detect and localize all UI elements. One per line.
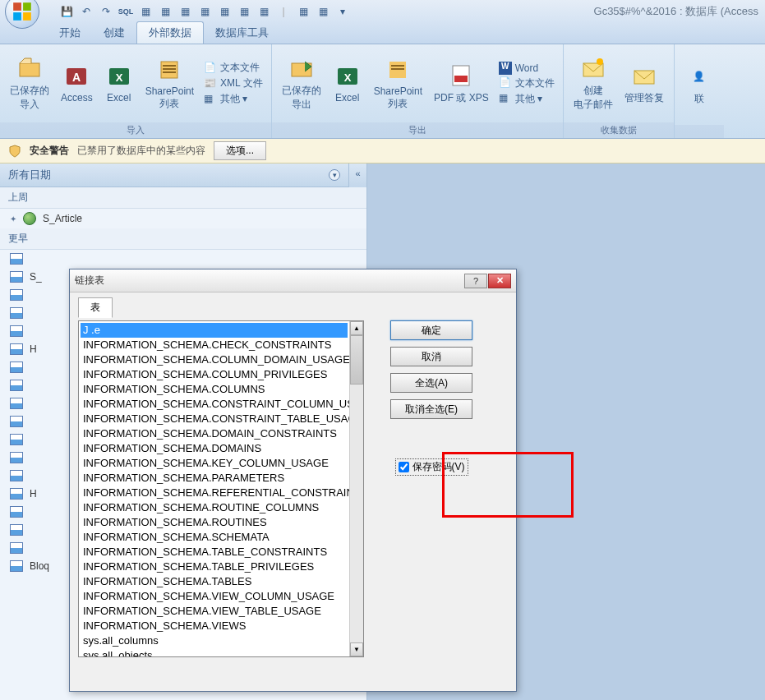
security-options-button[interactable]: 选项... <box>214 141 266 160</box>
cancel-button[interactable]: 取消 <box>390 347 472 366</box>
sql-icon[interactable]: SQL <box>118 4 133 19</box>
qat-icon-9[interactable]: ▦ <box>316 4 330 19</box>
table-list-item[interactable]: INFORMATION_SCHEMA.VIEWS <box>81 619 348 633</box>
table-list-item[interactable]: J .e <box>81 323 348 338</box>
qat-icon-6[interactable]: ▦ <box>237 4 251 19</box>
svg-rect-0 <box>13 2 21 11</box>
table-icon <box>10 380 23 391</box>
tab-external-data[interactable]: 外部数据 <box>136 21 204 44</box>
save-password-checkbox[interactable]: 保存密码(V) <box>395 458 468 476</box>
sharepoint-import-button[interactable]: SharePoint 列表 <box>141 47 199 121</box>
table-list-item[interactable]: INFORMATION_SCHEMA.KEY_COLUMN_USAGE <box>81 456 348 471</box>
table-icon <box>10 271 23 283</box>
help-button[interactable]: ? <box>464 274 487 288</box>
table-icon <box>10 506 23 518</box>
table-list-item[interactable]: INFORMATION_SCHEMA.REFERENTIAL_CONSTRAIN… <box>81 486 348 500</box>
dialog-title: 链接表 <box>75 274 464 288</box>
text-file-icon: 📄 <box>204 62 217 75</box>
svg-text:X: X <box>115 71 122 84</box>
table-list-item[interactable]: sys.all_objects <box>81 648 348 656</box>
titlebar: 💾 ↶ ↷ SQL ▦ ▦ ▦ ▦ ▦ ▦ ▦ | ▦ ▦ ▾ Gc35$#%^… <box>0 0 765 23</box>
table-list-item[interactable]: INFORMATION_SCHEMA.CONSTRAINT_COLUMN_USA… <box>81 397 348 412</box>
svg-rect-4 <box>20 63 39 76</box>
deselect-all-button[interactable]: 取消全选(E) <box>390 399 472 419</box>
ribbon-tabs: 开始 创建 外部数据 数据库工具 <box>0 23 765 44</box>
nav-section-earlier[interactable]: 更早 <box>0 228 366 250</box>
table-icon <box>10 452 23 463</box>
other-export-button[interactable]: ▦其他 ▾ <box>499 92 555 106</box>
qat-icon-5[interactable]: ▦ <box>217 4 232 19</box>
nav-section-last-week[interactable]: 上周 <box>0 187 366 209</box>
qat-icon-3[interactable]: ▦ <box>177 4 192 19</box>
table-icon <box>10 398 23 409</box>
word-export-button[interactable]: WWord <box>499 62 555 75</box>
sharepoint-icon <box>385 57 411 83</box>
table-list-item[interactable]: INFORMATION_SCHEMA.CHECK_CONSTRAINTS <box>81 338 348 352</box>
save-icon[interactable]: 💾 <box>59 4 74 19</box>
qat-icon-1[interactable]: ▦ <box>138 4 153 19</box>
table-list-item[interactable]: INFORMATION_SCHEMA.DOMAIN_CONSTRAINTS <box>81 426 348 441</box>
table-list-item[interactable]: INFORMATION_SCHEMA.SCHEMATA <box>81 530 348 545</box>
dialog-tab-tables[interactable]: 表 <box>78 297 113 318</box>
table-icon <box>10 560 23 572</box>
create-email-button[interactable]: 创建 电子邮件 <box>569 47 618 121</box>
tab-dbtools[interactable]: 数据库工具 <box>204 22 280 44</box>
saved-imports-button[interactable]: 已保存的 导入 <box>5 47 54 121</box>
save-password-input[interactable] <box>399 462 409 472</box>
folder-export-icon <box>288 55 315 81</box>
table-list-item[interactable]: INFORMATION_SCHEMA.DOMAINS <box>81 441 348 456</box>
nav-header[interactable]: 所有日期 ▾ <box>0 163 348 187</box>
table-list-item[interactable]: INFORMATION_SCHEMA.COLUMNS <box>81 382 348 397</box>
table-list-item[interactable]: INFORMATION_SCHEMA.COLUMN_PRIVILEGES <box>81 367 348 382</box>
table-icon <box>10 253 23 265</box>
excel-import-button[interactable]: X Excel <box>99 47 139 121</box>
table-list-item[interactable]: INFORMATION_SCHEMA.ROUTINE_COLUMNS <box>81 500 348 515</box>
table-list-item[interactable]: INFORMATION_SCHEMA.TABLE_CONSTRAINTS <box>81 545 348 560</box>
qat-icon-4[interactable]: ▦ <box>197 4 212 19</box>
manage-reply-button[interactable]: 管理答复 <box>620 47 669 121</box>
table-list-item[interactable]: INFORMATION_SCHEMA.COLUMN_DOMAIN_USAGE <box>81 352 348 367</box>
saved-exports-button[interactable]: 已保存的 导出 <box>277 47 326 121</box>
collapse-nav-button[interactable]: « <box>348 163 366 187</box>
undo-icon[interactable]: ↶ <box>79 4 94 19</box>
qat-icon-8[interactable]: ▦ <box>296 4 311 19</box>
table-list-item[interactable]: INFORMATION_SCHEMA.TABLES <box>81 574 348 589</box>
qat-icon-2[interactable]: ▦ <box>158 4 173 19</box>
text-export-button[interactable]: 📄文本文件 <box>499 76 555 90</box>
link-tables-dialog: 链接表 ? ✕ 表 J .eINFORMATION_SCHEMA.CHECK_C… <box>69 269 517 692</box>
close-button[interactable]: ✕ <box>488 274 511 288</box>
table-list-item[interactable]: INFORMATION_SCHEMA.CONSTRAINT_TABLE_USAG… <box>81 412 348 426</box>
other-import-button[interactable]: ▦其他 ▾ <box>204 92 263 106</box>
scroll-down-icon[interactable]: ▼ <box>350 642 363 656</box>
dialog-titlebar[interactable]: 链接表 ? ✕ <box>70 269 516 292</box>
qat-dropdown-icon[interactable]: ▾ <box>335 4 350 19</box>
table-icon <box>10 434 23 445</box>
table-list-item[interactable]: INFORMATION_SCHEMA.PARAMETERS <box>81 471 348 486</box>
svg-rect-1 <box>23 2 31 11</box>
pdfxps-export-button[interactable]: PDF 或 XPS <box>429 47 494 121</box>
contact-button[interactable]: 👤 联 <box>680 48 719 122</box>
listbox-scrollbar[interactable]: ▲ ▼ <box>349 321 363 656</box>
nav-table-item[interactable] <box>0 250 366 268</box>
access-import-button[interactable]: A Access <box>56 47 98 121</box>
qat-icon-7[interactable]: ▦ <box>256 4 271 19</box>
redo-icon[interactable]: ↷ <box>99 4 113 19</box>
table-icon <box>10 524 23 536</box>
nav-item-article[interactable]: ✦ S_Article <box>0 209 366 228</box>
tab-create[interactable]: 创建 <box>92 22 136 44</box>
select-all-button[interactable]: 全选(A) <box>390 373 472 393</box>
xml-import-button[interactable]: 📰XML 文件 <box>204 76 263 90</box>
tab-home[interactable]: 开始 <box>48 22 92 44</box>
excel-export-button[interactable]: X Excel <box>328 47 367 121</box>
table-list-item[interactable]: INFORMATION_SCHEMA.VIEW_TABLE_USAGE <box>81 604 348 619</box>
scroll-up-icon[interactable]: ▲ <box>350 321 363 335</box>
table-list-item[interactable]: sys.all_columns <box>81 633 348 648</box>
scroll-thumb[interactable] <box>350 335 363 385</box>
text-import-button[interactable]: 📄文本文件 <box>204 61 263 75</box>
table-list-item[interactable]: INFORMATION_SCHEMA.VIEW_COLUMN_USAGE <box>81 589 348 604</box>
svg-point-22 <box>597 58 603 65</box>
ok-button[interactable]: 确定 <box>390 320 472 340</box>
table-list-item[interactable]: INFORMATION_SCHEMA.ROUTINES <box>81 515 348 530</box>
sharepoint-export-button[interactable]: SharePoint 列表 <box>369 47 427 121</box>
table-list-item[interactable]: INFORMATION_SCHEMA.TABLE_PRIVILEGES <box>81 560 348 574</box>
